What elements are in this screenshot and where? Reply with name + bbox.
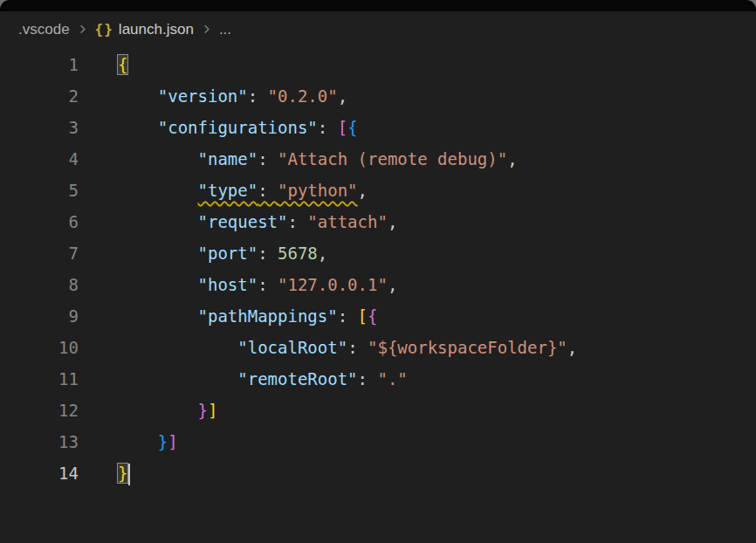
code-content: "configurations": [{ [118,112,756,143]
indent-whitespace [118,86,158,106]
code-token: "remoteRoot" [237,369,357,388]
code-line[interactable]: 12 }] [0,395,756,426]
text-cursor [128,464,130,485]
code-token: , [338,86,347,106]
code-token: ] [168,432,177,451]
indent-whitespace [118,432,158,451]
code-token: 5678 [278,244,318,263]
code-content: "localRoot": "${workspaceFolder}", [118,332,756,363]
code-token: : [258,181,278,200]
code-content: "port": 5678, [118,237,756,269]
code-content: "remoteRoot": "." [118,363,756,395]
code-line[interactable]: 10 "localRoot": "${workspaceFolder}", [0,332,756,363]
code-content: "request": "attach", [118,206,756,237]
code-line[interactable]: 8 "host": "127.0.0.1", [0,269,756,300]
chevron-right-icon [200,23,213,36]
line-number: 14 [0,457,79,489]
code-token: , [567,338,577,357]
code-token: : [338,306,358,326]
code-line[interactable]: 2 "version": "0.2.0", [0,80,756,112]
code-line[interactable]: 4 "name": "Attach (remote debug)", [0,143,756,175]
indent-whitespace [118,401,198,420]
breadcrumb-symbol[interactable]: ... [219,21,231,38]
vscode-window: .vscode {} launch.json ... 1{2 "version"… [0,0,756,543]
code-token: : [258,244,278,263]
indent-whitespace [118,306,198,326]
code-token: "type" [198,181,258,200]
code-content: { [118,49,756,80]
breadcrumb-folder[interactable]: .vscode [18,21,70,38]
code-token: "version" [158,86,248,106]
code-token: "Attach (remote debug)" [278,149,507,168]
code-token: : [287,212,307,231]
code-line[interactable]: 5 "type": "python", [0,175,756,206]
code-token: , [358,181,368,200]
code-line[interactable]: 13 }] [0,426,756,457]
code-content: } [118,457,756,489]
breadcrumb-file-label: launch.json [119,21,194,38]
line-number: 3 [0,112,79,143]
code-token: : [358,369,378,388]
indent-whitespace [118,149,198,168]
matched-bracket: } [118,464,127,483]
code-token: "name" [198,149,258,168]
line-number: 11 [0,363,79,395]
code-token: : [248,86,268,106]
code-line[interactable]: 6 "request": "attach", [0,206,756,237]
code-token: "localRoot" [237,338,347,357]
code-line[interactable]: 3 "configurations": [{ [0,112,756,143]
code-content: "name": "Attach (remote debug)", [118,143,756,175]
code-token: : [318,118,338,137]
code-token: "0.2.0" [268,86,338,106]
code-line[interactable]: 14} [0,457,756,489]
code-token: "port" [198,244,258,263]
code-line[interactable]: 11 "remoteRoot": "." [0,363,756,395]
code-token: : [258,275,278,294]
indent-whitespace [118,369,237,388]
code-content: "host": "127.0.0.1", [118,269,756,300]
code-token: "pathMappings" [198,306,338,326]
breadcrumb: .vscode {} launch.json ... [0,11,756,47]
code-content: "version": "0.2.0", [118,80,756,112]
code-token: , [388,212,397,231]
code-token: : [258,149,278,168]
code-line[interactable]: 1{ [0,49,756,80]
code-token: "python" [278,181,358,200]
line-number: 6 [0,206,79,237]
matched-bracket: { [118,55,127,74]
code-token: [ [358,306,368,326]
line-number: 4 [0,143,79,175]
code-token: "request" [198,212,288,231]
indent-whitespace [118,338,237,357]
json-braces-icon: {} [95,21,113,38]
code-content: "type": "python", [118,175,756,206]
code-editor[interactable]: 1{2 "version": "0.2.0",3 "configurations… [0,47,756,489]
code-token: { [368,306,377,326]
indent-whitespace [118,181,198,200]
line-number: 5 [0,175,79,206]
code-token: ] [208,401,217,420]
code-line[interactable]: 7 "port": 5678, [0,237,756,269]
window-titlebar [0,0,756,11]
code-token: : [347,338,368,357]
line-number: 12 [0,395,79,426]
indent-whitespace [118,275,198,294]
line-number: 13 [0,426,79,457]
code-token: , [507,149,517,168]
code-content: }] [118,395,756,426]
line-number: 8 [0,269,79,300]
line-number: 10 [0,332,79,363]
code-token: "configurations" [158,118,318,137]
code-token: , [388,275,397,294]
line-number: 2 [0,80,79,112]
breadcrumb-file[interactable]: {} launch.json [95,21,194,38]
indent-whitespace [118,212,198,231]
code-content: }] [118,426,756,457]
code-token: } [158,432,168,451]
indent-whitespace [118,244,198,263]
code-content: "pathMappings": [{ [118,300,756,332]
line-number: 9 [0,300,79,332]
code-line[interactable]: 9 "pathMappings": [{ [0,300,756,332]
code-token: "${workspaceFolder}" [368,338,567,357]
code-token: [ [338,118,347,137]
